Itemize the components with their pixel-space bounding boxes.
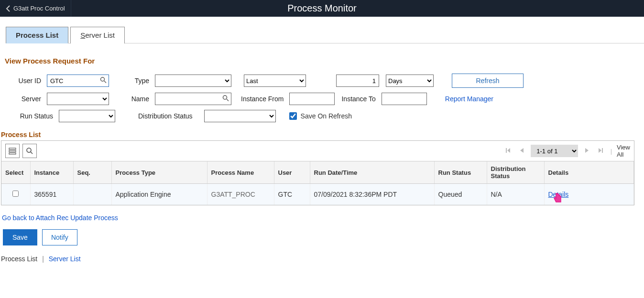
- save-button[interactable]: Save: [3, 229, 37, 245]
- name-field[interactable]: [155, 93, 231, 105]
- svg-rect-9: [506, 148, 507, 153]
- last-value-field[interactable]: [336, 74, 379, 87]
- col-run-dt[interactable]: Run Date/Time: [310, 161, 434, 184]
- cell-dist-status: N/A: [487, 184, 544, 205]
- cell-user: GTC: [274, 184, 310, 205]
- nav-prev-icon[interactable]: [517, 147, 526, 155]
- bottom-server-list-link[interactable]: Server List: [49, 255, 81, 263]
- cell-instance: 365591: [30, 184, 73, 205]
- save-on-refresh-checkbox[interactable]: [289, 112, 297, 120]
- cell-seq: [73, 184, 111, 205]
- grid-action-button[interactable]: [5, 144, 20, 158]
- svg-line-3: [227, 99, 229, 101]
- dist-status-select[interactable]: [204, 110, 276, 122]
- cell-run-status: Queued: [434, 184, 487, 205]
- last-select[interactable]: Last: [244, 74, 306, 87]
- back-label: G3att Proc Control: [13, 5, 65, 12]
- col-details[interactable]: Details: [544, 161, 634, 184]
- col-process-name[interactable]: Process Name: [207, 161, 274, 184]
- svg-rect-4: [9, 148, 16, 149]
- grid-icon: [9, 147, 16, 155]
- server-label: Server: [5, 95, 43, 103]
- cell-process-type: Application Engine: [111, 184, 207, 205]
- cell-process-name: G3ATT_PROC: [207, 184, 274, 205]
- filter-row-1: User ID Type Last Days Refresh: [5, 74, 644, 88]
- details-link[interactable]: Details: [548, 191, 569, 198]
- type-label: Type: [127, 77, 151, 85]
- instance-to-field[interactable]: [382, 93, 427, 105]
- col-dist-status[interactable]: Distribution Status: [487, 161, 544, 184]
- col-seq[interactable]: Seq.: [73, 161, 111, 184]
- col-select[interactable]: Select: [1, 161, 30, 184]
- nav-first-icon[interactable]: [503, 147, 513, 155]
- grid-section-title: Process List: [1, 131, 644, 138]
- bottom-process-list: Process List: [1, 255, 37, 263]
- search-icon: [26, 147, 33, 155]
- col-process-type[interactable]: Process Type: [111, 161, 207, 184]
- cell-run-dt: 07/09/2021 8:32:36PM PDT: [310, 184, 434, 205]
- tab-process-list[interactable]: Process List: [6, 27, 68, 43]
- user-id-lookup-icon[interactable]: [100, 77, 107, 85]
- back-button[interactable]: G3att Proc Control: [0, 0, 71, 17]
- last-unit-select[interactable]: Days: [386, 74, 434, 87]
- nav-last-icon[interactable]: [596, 147, 606, 155]
- dist-status-label: Distribution Status: [138, 112, 195, 120]
- svg-rect-6: [9, 153, 16, 154]
- filter-section-title: View Process Request For: [5, 57, 644, 65]
- row-select-checkbox[interactable]: [12, 191, 19, 197]
- chevron-left-icon: [6, 5, 11, 12]
- name-lookup-icon[interactable]: [222, 95, 229, 103]
- type-select[interactable]: [155, 74, 231, 87]
- bottom-tab-links: Process List | Server List: [1, 255, 644, 263]
- filter-row-3: Run Status Distribution Status Save On R…: [5, 110, 644, 122]
- svg-line-1: [104, 81, 106, 83]
- app-header: G3att Proc Control Process Monitor: [0, 0, 644, 17]
- instance-from-field[interactable]: [289, 93, 335, 105]
- page-title: Process Monitor: [0, 0, 644, 17]
- svg-rect-5: [9, 150, 16, 152]
- tab-server-list[interactable]: Server List: [70, 27, 125, 43]
- refresh-button[interactable]: Refresh: [452, 74, 524, 88]
- svg-rect-10: [602, 148, 603, 153]
- process-table: Select Instance Seq. Process Type Proces…: [1, 161, 634, 205]
- col-run-status[interactable]: Run Status: [434, 161, 487, 184]
- view-all-link[interactable]: View All: [617, 144, 630, 158]
- go-back-link[interactable]: Go back to Attach Rec Update Process: [2, 214, 118, 222]
- main-tabs: Process List Server List: [6, 26, 644, 43]
- svg-point-7: [27, 148, 31, 152]
- svg-point-2: [223, 96, 227, 99]
- name-label: Name: [127, 95, 151, 103]
- grid-toolbar: 1-1 of 1 | View All: [1, 141, 634, 161]
- nav-next-icon[interactable]: [583, 147, 591, 155]
- col-user[interactable]: User: [274, 161, 310, 184]
- user-id-label: User ID: [5, 77, 43, 85]
- row-range-select[interactable]: 1-1 of 1: [531, 145, 578, 157]
- table-header-row: Select Instance Seq. Process Type Proces…: [1, 161, 634, 184]
- svg-point-0: [101, 77, 105, 81]
- instance-from-label: Instance From: [241, 95, 285, 103]
- svg-line-8: [31, 152, 33, 154]
- filter-row-2: Server Name Instance From Instance To Re…: [5, 93, 644, 105]
- table-row: 365591 Application Engine G3ATT_PROC GTC…: [1, 184, 634, 205]
- save-on-refresh-label: Save On Refresh: [301, 112, 352, 120]
- run-status-label: Run Status: [5, 112, 55, 120]
- report-manager-link[interactable]: Report Manager: [445, 95, 493, 103]
- col-instance[interactable]: Instance: [30, 161, 73, 184]
- notify-button[interactable]: Notify: [42, 229, 77, 245]
- server-select[interactable]: [47, 93, 109, 105]
- instance-to-label: Instance To: [341, 95, 377, 103]
- run-status-select[interactable]: [59, 110, 115, 122]
- grid-find-button[interactable]: [22, 144, 37, 158]
- grid-container: 1-1 of 1 | View All Select Instance Seq.…: [1, 140, 634, 205]
